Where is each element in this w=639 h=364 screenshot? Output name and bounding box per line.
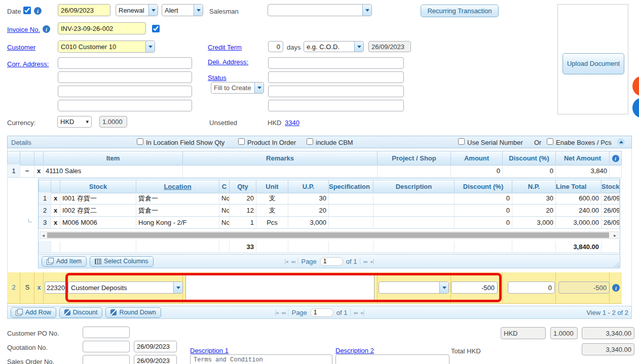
status-label[interactable]: Status <box>208 74 227 82</box>
customer-po-input[interactable] <box>83 327 130 338</box>
sub-col-c[interactable]: C <box>219 180 230 193</box>
include-cbm-checkbox[interactable] <box>307 138 313 145</box>
page-input[interactable] <box>310 308 333 317</box>
stock-date-cell[interactable]: 26/09/2023 <box>602 217 620 229</box>
col-collapse-header[interactable] <box>20 151 34 166</box>
line-total-cell[interactable]: 240.00 <box>556 205 602 217</box>
c-cell[interactable]: No <box>219 205 230 217</box>
col-delete-header[interactable] <box>34 151 44 166</box>
desc-cell[interactable] <box>373 192 455 205</box>
discount-input[interactable] <box>508 281 555 294</box>
deli-address-label[interactable]: Deli. Address: <box>208 58 248 66</box>
up-cell[interactable]: 3,000 <box>288 217 329 229</box>
scrollbar-thumb[interactable] <box>47 232 609 238</box>
dropdown-arrow-icon[interactable] <box>362 5 371 16</box>
floating-action-orange-icon[interactable] <box>632 76 639 96</box>
desc-cell[interactable] <box>373 217 455 229</box>
dropdown-arrow-icon[interactable] <box>148 5 158 16</box>
sub-col-spec[interactable]: Specification <box>329 180 373 193</box>
delete-row-icon[interactable]: x <box>51 192 60 205</box>
row-number[interactable]: 3 <box>39 217 51 229</box>
collapse-row-icon[interactable]: − <box>20 165 34 178</box>
sub-col-up[interactable]: U.P. <box>288 180 329 193</box>
up-cell[interactable]: 30 <box>288 192 329 205</box>
delete-row-icon[interactable]: x <box>34 165 44 178</box>
recurring-transaction-button[interactable]: Recurring Transaction <box>421 5 499 17</box>
invoice-no-label[interactable]: Invoice No. <box>7 26 40 33</box>
col-project-header[interactable]: Project / Shop <box>378 151 451 166</box>
remarks-textarea[interactable] <box>185 274 374 301</box>
status-select[interactable]: Fill to Create <box>211 82 264 94</box>
sales-order-input[interactable] <box>83 355 130 364</box>
delete-row-icon[interactable]: x <box>51 217 60 229</box>
discount-cell[interactable]: 0 <box>503 165 556 178</box>
delete-row-icon[interactable]: x <box>51 205 60 217</box>
col-discount-header[interactable]: Discount (%) <box>503 151 556 166</box>
corr-address-line2[interactable] <box>58 71 192 83</box>
location-cell[interactable]: 貨倉一 <box>136 192 219 205</box>
customer-label[interactable]: Customer <box>7 44 35 51</box>
row-number[interactable]: 2 <box>39 205 51 217</box>
sub-col-desc[interactable]: Description <box>373 180 455 193</box>
c-cell[interactable]: No <box>219 192 230 205</box>
deli-address-line1[interactable] <box>268 57 404 69</box>
show-qty-checkbox[interactable] <box>137 138 143 145</box>
row-number[interactable]: 2 <box>7 284 20 291</box>
col-remarks-header[interactable]: Remarks <box>183 151 378 166</box>
date-input[interactable] <box>58 4 110 16</box>
col-net-header[interactable]: Net Amount <box>556 151 610 166</box>
up-cell[interactable]: 20 <box>288 205 329 217</box>
quotation-date-field[interactable]: 26/09/2023 <box>134 341 177 352</box>
qty-cell[interactable]: 1 <box>230 217 256 229</box>
corr-address-line4[interactable] <box>58 100 192 111</box>
pager-next-icon[interactable]: ▸▸ <box>354 310 358 315</box>
row-number[interactable]: 1 <box>7 165 20 178</box>
invoice-auto-checkbox[interactable] <box>152 25 160 32</box>
renewal-select[interactable]: Renewal <box>116 4 158 16</box>
dropdown-arrow-icon[interactable] <box>194 5 203 16</box>
enable-boxes-checkbox[interactable] <box>547 138 553 145</box>
credit-term-days-input[interactable] <box>268 41 283 52</box>
col-rownum-header[interactable] <box>7 151 20 166</box>
invoice-no-input[interactable] <box>58 22 146 34</box>
corr-address-line1[interactable] <box>58 57 192 69</box>
unit-cell[interactable]: 支 <box>256 192 288 205</box>
np-cell[interactable]: 30 <box>512 192 556 205</box>
unit-cell[interactable]: 支 <box>256 205 288 217</box>
net-amount-cell[interactable]: 3,840 <box>556 165 610 178</box>
discount-button[interactable]: Discount <box>59 307 103 318</box>
sales-order-date-field[interactable]: 26/09/2023 <box>134 355 177 364</box>
dropdown-arrow-icon[interactable] <box>439 282 448 293</box>
sub-col-total[interactable]: Line Total <box>556 180 602 193</box>
pager-prev-icon[interactable]: ◂◂ <box>290 259 294 264</box>
pager-prev-icon[interactable]: ◂◂ <box>281 310 285 315</box>
description2-textarea[interactable] <box>335 354 449 364</box>
item-cell[interactable]: 41110 Sales <box>44 165 183 178</box>
deli-address-line3[interactable] <box>268 86 404 97</box>
project-cell[interactable] <box>378 165 451 178</box>
scroll-right-icon[interactable]: ▸ <box>612 232 618 238</box>
stock-date-cell[interactable]: 26/09/2023 <box>602 192 620 205</box>
dropdown-arrow-icon[interactable] <box>354 42 363 52</box>
currency-select[interactable]: HKD ▾ <box>57 116 92 128</box>
alert-select[interactable]: Alert <box>162 4 203 16</box>
dropdown-arrow-icon[interactable] <box>145 41 155 52</box>
line-total-cell[interactable]: 600.00 <box>556 192 602 205</box>
sub-col-qty[interactable]: Qty <box>230 180 256 193</box>
line-total-cell[interactable]: 3,000.00 <box>556 217 602 229</box>
stock-cell[interactable]: I002 存貨二 <box>60 205 136 217</box>
page-input[interactable] <box>320 257 343 266</box>
col-amount-header[interactable]: Amount <box>451 151 503 166</box>
unsettled-amount-link[interactable]: 3340 <box>285 119 299 127</box>
spec-cell[interactable] <box>329 192 373 205</box>
stock-cell[interactable]: M006 M006 <box>60 217 136 229</box>
sub-col-discount[interactable]: Discount (%) <box>455 180 512 193</box>
deli-address-line2[interactable] <box>268 71 404 83</box>
discount-cell[interactable]: 0 <box>455 217 512 229</box>
sub-col-stock-date[interactable]: Stock <box>602 180 620 193</box>
collapse-details-icon[interactable] <box>617 138 625 146</box>
qty-cell[interactable]: 12 <box>230 205 256 217</box>
account-code-input[interactable] <box>45 281 68 294</box>
info-icon[interactable]: i <box>612 155 619 162</box>
row-number[interactable]: 1 <box>39 192 51 205</box>
